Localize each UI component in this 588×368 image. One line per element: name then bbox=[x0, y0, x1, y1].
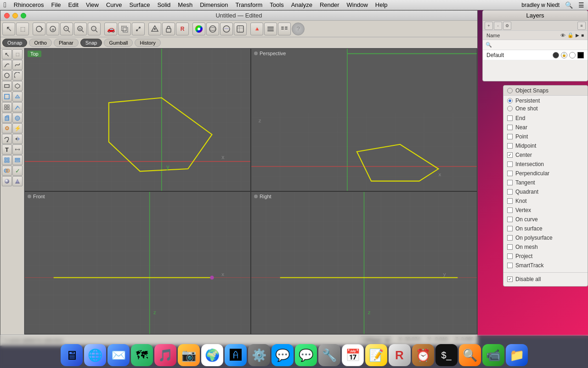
search-icon[interactable]: 🔍 bbox=[565, 1, 573, 9]
menu-file[interactable]: File bbox=[51, 1, 61, 8]
snap-vertex[interactable]: Vertex bbox=[507, 206, 584, 215]
solid-sphere-tool[interactable] bbox=[12, 113, 23, 123]
menu-transform[interactable]: Transform bbox=[236, 1, 263, 8]
snap-oncurve-check[interactable] bbox=[507, 217, 513, 222]
menu-window[interactable]: Window bbox=[347, 1, 368, 8]
boolean-tool[interactable] bbox=[2, 166, 12, 176]
layer-lock-btn[interactable]: 🔒 bbox=[561, 52, 567, 58]
viewport-front[interactable]: Front z bbox=[24, 191, 251, 334]
menu-edit[interactable]: Edit bbox=[68, 1, 79, 8]
shade2-tool[interactable] bbox=[12, 176, 23, 186]
grid-display[interactable] bbox=[234, 23, 247, 35]
planar-toggle[interactable]: Planar bbox=[54, 39, 79, 47]
select-tool[interactable]: ↖ bbox=[2, 23, 15, 35]
snap-near[interactable]: Near bbox=[507, 123, 584, 132]
dim-tool[interactable] bbox=[12, 144, 23, 155]
persistent-radio-btn[interactable] bbox=[507, 98, 513, 104]
snap-smarttrack-check[interactable] bbox=[507, 263, 513, 268]
snap-near-check[interactable] bbox=[507, 125, 513, 130]
snap-onmesh[interactable]: On mesh bbox=[507, 242, 584, 252]
check-tool[interactable]: ✓ bbox=[12, 166, 23, 176]
menu-rhinoceros[interactable]: Rhinoceros bbox=[14, 1, 44, 8]
delete-layer-btn[interactable]: - bbox=[494, 22, 502, 30]
snap-end[interactable]: End bbox=[507, 114, 584, 123]
snap-midpoint[interactable]: Midpoint bbox=[507, 141, 584, 150]
array-tool[interactable] bbox=[2, 155, 12, 165]
add-layer-btn[interactable]: + bbox=[485, 22, 493, 30]
dock-music[interactable]: 🎵 bbox=[154, 344, 176, 366]
settings-tool[interactable] bbox=[264, 23, 277, 35]
curve-from-points[interactable] bbox=[2, 60, 12, 70]
snap-intersection-check[interactable] bbox=[507, 161, 513, 167]
snap-onsurface-check[interactable] bbox=[507, 226, 513, 231]
snap-toggle[interactable]: Snap bbox=[80, 39, 102, 47]
solid-box-tool[interactable] bbox=[2, 113, 12, 123]
gear-tool[interactable]: ⚙ bbox=[2, 123, 12, 133]
dock-terminal[interactable]: $_ bbox=[435, 344, 458, 366]
materials-tool[interactable]: 🔺 bbox=[250, 23, 263, 35]
zoom-tool[interactable]: + bbox=[60, 23, 73, 35]
snap-onmesh-check[interactable] bbox=[507, 244, 513, 250]
snap-settings-tool[interactable] bbox=[278, 23, 291, 35]
dock-facetime[interactable]: 📹 bbox=[482, 344, 504, 366]
snap-point-check[interactable] bbox=[507, 134, 513, 139]
layer-settings-btn[interactable]: ⚙ bbox=[503, 22, 511, 30]
menu-view[interactable]: View bbox=[86, 1, 99, 8]
pan-tool[interactable]: ⊕ bbox=[46, 23, 59, 35]
freeform-curve[interactable] bbox=[12, 60, 23, 70]
menu-extras-icon[interactable]: ☰ bbox=[578, 1, 584, 9]
menu-solid[interactable]: Solid bbox=[157, 1, 170, 8]
osnap-toggle[interactable]: Osnap bbox=[2, 39, 27, 47]
gumball-toggle[interactable]: Gumball bbox=[104, 39, 133, 47]
dock-maps[interactable]: 🗺 bbox=[131, 344, 153, 366]
dock-finder[interactable]: 🖥 bbox=[61, 344, 83, 366]
transform-tool[interactable] bbox=[118, 23, 131, 35]
dock-browser[interactable]: 🌐 bbox=[84, 344, 106, 366]
array2-tool[interactable] bbox=[12, 155, 23, 165]
dock-rhino[interactable]: R bbox=[389, 344, 411, 366]
dock-appstore[interactable]: 🅰 bbox=[225, 344, 247, 366]
maximize-button[interactable] bbox=[21, 13, 26, 18]
snap-center[interactable]: ✓ Center bbox=[507, 150, 584, 160]
viewport-right[interactable]: Right z y bbox=[251, 191, 477, 334]
snap-tangent-check[interactable] bbox=[507, 180, 513, 185]
transform-rotate-tool[interactable] bbox=[2, 134, 12, 144]
dock-mail[interactable]: ✉️ bbox=[107, 344, 130, 366]
snap-point[interactable]: Point bbox=[507, 132, 584, 141]
snap-knot[interactable]: Knot bbox=[507, 196, 584, 206]
menu-analyze[interactable]: Analyze bbox=[291, 1, 312, 8]
snap-vertex-check[interactable] bbox=[507, 207, 513, 213]
dock-preview[interactable]: 🔍 bbox=[459, 344, 481, 366]
mesh2-tool[interactable] bbox=[12, 102, 23, 112]
menu-help[interactable]: Help bbox=[375, 1, 388, 8]
select-objects-tool[interactable]: ↖ bbox=[2, 49, 12, 59]
persistent-radio[interactable]: Persistent bbox=[507, 98, 584, 104]
menu-tools[interactable]: Tools bbox=[270, 1, 283, 8]
dock-skype[interactable]: 💬 bbox=[271, 344, 294, 366]
disable-all-row[interactable]: Disable all bbox=[503, 274, 588, 284]
snap-perpendicular[interactable]: Perpendicular bbox=[507, 169, 584, 178]
close-button[interactable] bbox=[4, 13, 10, 18]
zoom-extents-tool[interactable]: ⊞ bbox=[74, 23, 87, 35]
osnap-tool[interactable] bbox=[148, 23, 161, 35]
layer-visible-btn[interactable] bbox=[553, 52, 559, 58]
snap-center-check[interactable]: ✓ bbox=[507, 152, 513, 158]
layer-color-swatch[interactable] bbox=[577, 52, 584, 58]
snap-project-check[interactable] bbox=[507, 253, 513, 259]
shade-tool[interactable] bbox=[2, 176, 12, 186]
snap-quadrant-check[interactable] bbox=[507, 189, 513, 195]
menu-curve[interactable]: Curve bbox=[106, 1, 122, 8]
dock-notes[interactable]: 📝 bbox=[365, 344, 387, 366]
snap-onsurface[interactable]: On surface bbox=[507, 224, 584, 233]
dock-settings[interactable]: ⚙️ bbox=[248, 344, 270, 366]
dock-finder2[interactable]: 📁 bbox=[506, 344, 528, 366]
menu-surface[interactable]: Surface bbox=[130, 1, 150, 8]
snap-tangent[interactable]: Tangent bbox=[507, 178, 584, 187]
viewport-perspective[interactable]: Perspective bbox=[251, 48, 477, 191]
surface-tool[interactable] bbox=[2, 92, 12, 102]
history-toggle[interactable]: History bbox=[135, 39, 160, 47]
snap-quadrant[interactable]: Quadrant bbox=[507, 187, 584, 196]
arc-tool[interactable] bbox=[12, 70, 23, 80]
snap-knot-check[interactable] bbox=[507, 198, 513, 204]
dock-system-prefs[interactable]: 🔧 bbox=[318, 344, 340, 366]
